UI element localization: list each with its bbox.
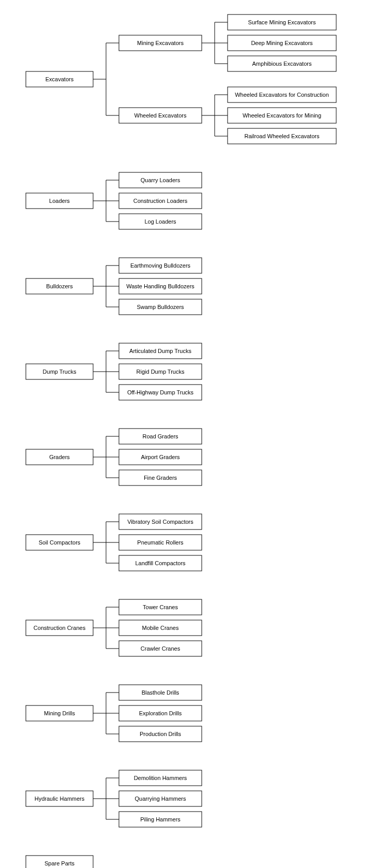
tree-node-label: Amphibious Excavators: [252, 61, 312, 67]
tree-diagram: ExcavatorsMining ExcavatorsSurface Minin…: [10, 10, 347, 868]
tree-node-label: Loaders: [49, 198, 70, 204]
tree-node-label: Tower Cranes: [143, 604, 178, 610]
tree-node-label: Blasthole Drills: [142, 689, 179, 696]
tree-node-label: Deep Mining Excavators: [251, 40, 313, 46]
tree-node-label: Articulated Dump Trucks: [129, 348, 191, 354]
tree-node-label: Exploration Drills: [139, 710, 182, 716]
tree-node-label: Airport Graders: [141, 454, 180, 460]
tree-node-label: Swamp Bulldozers: [137, 304, 184, 310]
tree-node-label: Mining Drills: [44, 710, 75, 716]
tree-node-label: Pneumatic Rollers: [137, 539, 184, 546]
tree-node-label: Landfill Compactors: [135, 560, 186, 566]
tree-node-label: Quarry Loaders: [141, 177, 181, 183]
tree-node-label: Production Drills: [140, 731, 182, 737]
tree-node-label: Off-Highway Dump Trucks: [127, 389, 194, 395]
tree-node-label: Road Graders: [142, 433, 178, 439]
tree-node-label: Earthmoving Bulldozers: [130, 262, 191, 269]
tree-node-label: Graders: [49, 454, 70, 460]
tree-node-label: Wheeled Excavators for Construction: [235, 92, 329, 98]
tree-node-label: Construction Cranes: [34, 625, 86, 631]
tree-node-label: Vibratory Soil Compactors: [127, 519, 193, 525]
tree-node-label: Bulldozers: [46, 283, 73, 289]
tree-node-label: Log Loaders: [144, 218, 176, 225]
tree-node-label: Wheeled Excavators for Mining: [243, 112, 321, 119]
tree-node-label: Mobile Cranes: [142, 625, 179, 631]
tree-node-label: Quarrying Hammers: [134, 796, 186, 802]
tree-node-label: Waste Handling Bulldozers: [126, 283, 194, 289]
tree-node-label: Crawler Cranes: [141, 645, 181, 652]
tree-node-label: Soil Compactors: [39, 539, 81, 546]
tree-node-label: Railroad Wheeled Excavators: [245, 133, 320, 139]
tree-node-label: Rigid Dump Trucks: [137, 369, 185, 375]
tree-node-label: Dump Trucks: [43, 369, 77, 375]
tree-node-label: Surface Mining Excavators: [248, 19, 316, 25]
tree-node-label: Wheeled Excavators: [134, 112, 187, 119]
tree-node-label: Piling Hammers: [140, 816, 181, 822]
tree-node-label: Spare Parts: [44, 860, 75, 866]
tree-node-label: Hydraulic Hammers: [35, 796, 85, 802]
tree-node-label: Fine Graders: [144, 475, 177, 481]
tree-node-label: Excavators: [46, 76, 74, 82]
tree-node-label: Mining Excavators: [137, 40, 184, 46]
tree-node-label: Construction Loaders: [133, 198, 188, 204]
tree-node-label: Demolition Hammers: [134, 775, 187, 781]
